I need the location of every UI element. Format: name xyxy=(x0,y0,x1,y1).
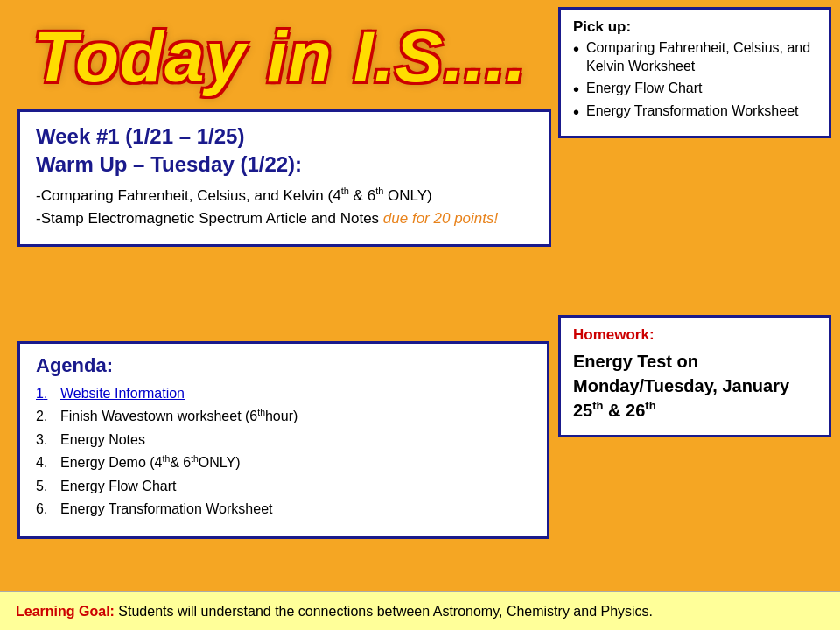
week-line-2: -Stamp Electromagnetic Spectrum Article … xyxy=(36,207,533,230)
page-title: Today in I.S.... xyxy=(33,21,527,93)
week-body: -Comparing Fahrenheit, Celsius, and Kelv… xyxy=(36,184,533,230)
pickup-item-3: Energy Transformation Worksheet xyxy=(573,102,816,122)
week-title: Week #1 (1/21 – 1/25) xyxy=(36,124,533,149)
week-line-1: -Comparing Fahrenheit, Celsius, and Kelv… xyxy=(36,184,533,207)
homework-label: Homework: xyxy=(573,326,816,344)
highlight-text: due for 20 points! xyxy=(383,210,498,227)
homework-box: Homework: Energy Test on Monday/Tuesday,… xyxy=(558,315,831,438)
agenda-title: Agenda: xyxy=(36,354,531,377)
pickup-label: Pick up: xyxy=(573,18,816,36)
agenda-item-3: Energy Notes xyxy=(36,430,531,450)
learning-goal-bar: Learning Goal: Students will understand … xyxy=(0,591,840,630)
title-area: Today in I.S.... xyxy=(9,9,551,105)
agenda-box: Agenda: Website Information Finish Waves… xyxy=(18,341,550,539)
agenda-item-1[interactable]: Website Information xyxy=(36,384,531,403)
pickup-item-1: Comparing Fahrenheit, Celsius, and Kelvi… xyxy=(573,39,816,76)
agenda-item-5: Energy Flow Chart xyxy=(36,477,531,496)
week-box: Week #1 (1/21 – 1/25) Warm Up – Tuesday … xyxy=(18,109,551,247)
pickup-box: Pick up: Comparing Fahrenheit, Celsius, … xyxy=(558,7,831,138)
pickup-list: Comparing Fahrenheit, Celsius, and Kelvi… xyxy=(573,39,816,122)
agenda-item-2: Finish Wavestown worksheet (6th hour) xyxy=(36,407,531,426)
agenda-item-6: Energy Transformation Worksheet xyxy=(36,500,531,519)
learning-goal-body: Students will understand the connections… xyxy=(115,604,653,619)
warmup-title: Warm Up – Tuesday (1/22): xyxy=(36,152,533,177)
agenda-list: Website Information Finish Wavestown wor… xyxy=(36,384,531,519)
pickup-item-2: Energy Flow Chart xyxy=(573,80,816,99)
homework-body: Energy Test on Monday/Tuesday, January 2… xyxy=(573,349,816,423)
learning-goal-label: Learning Goal: xyxy=(16,604,115,619)
agenda-item-4: Energy Demo (4th & 6th ONLY) xyxy=(36,453,531,472)
